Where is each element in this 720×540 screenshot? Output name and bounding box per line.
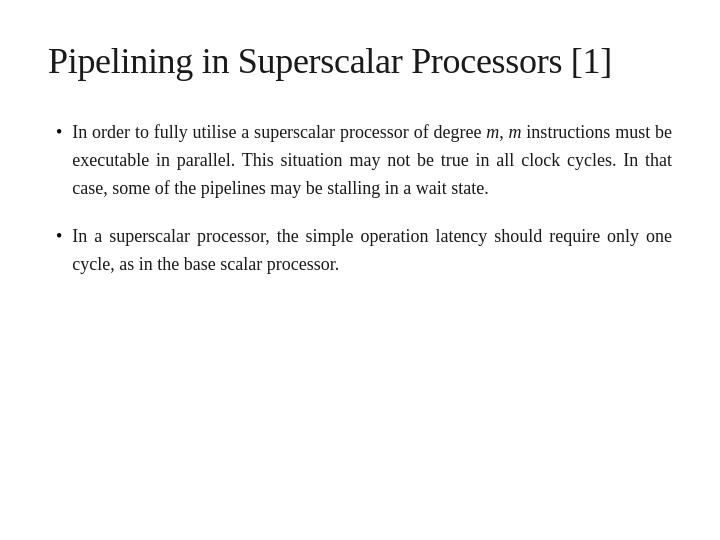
bullet-item-2: • In a superscalar processor, the simple… <box>56 223 672 279</box>
bullet-list: • In order to fully utilise a superscala… <box>48 119 672 278</box>
bullet-text-1: In order to fully utilise a superscalar … <box>72 119 672 203</box>
slide-title: Pipelining in Superscalar Processors [1] <box>48 40 672 83</box>
bullet-dot-1: • <box>56 119 62 147</box>
slide: Pipelining in Superscalar Processors [1]… <box>0 0 720 540</box>
bullet-dot-2: • <box>56 223 62 251</box>
bullet-item-1: • In order to fully utilise a superscala… <box>56 119 672 203</box>
bullet-text-2: In a superscalar processor, the simple o… <box>72 223 672 279</box>
